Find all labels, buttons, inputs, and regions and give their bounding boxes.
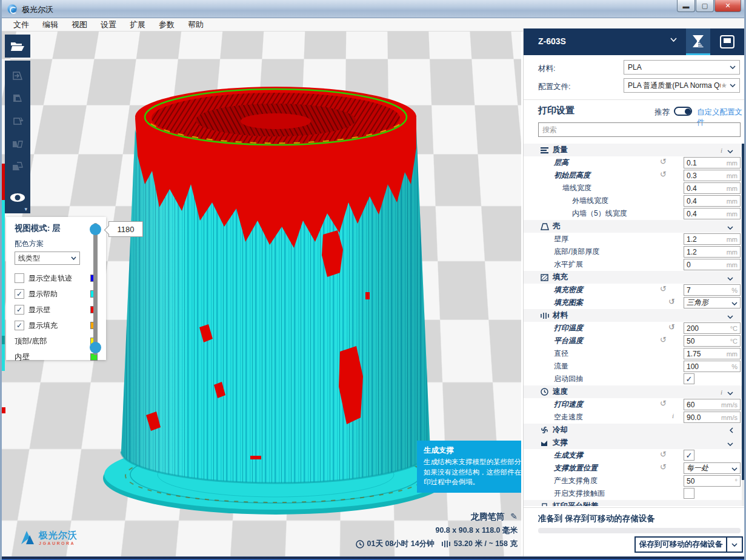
setting-row-填充图案[interactable]: 填充图案↺i三角形 (524, 296, 742, 309)
layer-slider-lower-handle[interactable] (90, 342, 101, 353)
layer-slider-upper-handle[interactable] (90, 224, 101, 235)
setting-input[interactable]: 100% (684, 361, 741, 372)
menu-item[interactable]: 设置 (94, 18, 123, 32)
setting-input[interactable]: 200°C (684, 322, 741, 334)
setting-input[interactable]: 1.2mm (684, 246, 741, 258)
maximize-button[interactable]: ▢ (696, 0, 714, 12)
settings-scrollbar[interactable] (742, 144, 746, 506)
setting-input[interactable]: 0.4mm (684, 182, 741, 194)
scrollbar-thumb[interactable] (742, 144, 746, 480)
setting-input[interactable]: 1.75mm (684, 348, 741, 359)
setting-input[interactable]: 0.4mm (684, 208, 741, 219)
setting-row-直径[interactable]: 直径1.75mm (524, 347, 742, 360)
setting-input[interactable]: 0.1mm (684, 157, 741, 168)
setting-row-生成支撑[interactable]: 生成支撑↺✓ (524, 449, 742, 462)
recommended-custom-toggle[interactable] (674, 107, 692, 116)
setting-row-底部/顶部厚度[interactable]: 底部/顶部厚度1.2mm (524, 245, 742, 258)
section-header-质量[interactable]: 质量i (524, 144, 742, 156)
chevron-left-icon[interactable] (730, 425, 733, 436)
chevron-down-icon[interactable] (670, 38, 677, 42)
section-header-填充[interactable]: 填充 (524, 271, 742, 284)
info-icon[interactable]: i (672, 323, 674, 330)
move-tool-icon[interactable] (11, 69, 24, 82)
setting-row-启动回抽[interactable]: 启动回抽✓ (524, 373, 742, 385)
setting-input[interactable]: 7% (684, 284, 741, 296)
setting-row-流量[interactable]: 流量100% (524, 360, 742, 373)
close-button[interactable]: ✕ (714, 0, 741, 12)
minimize-button[interactable]: ▬ (677, 0, 695, 12)
setting-row-空走速度[interactable]: 空走速度i90.0mm/s (524, 411, 742, 424)
tab-monitor[interactable] (715, 28, 739, 55)
setting-row-填充密度[interactable]: 填充密度↺7% (524, 284, 742, 296)
setting-input[interactable]: 60mm/s (684, 399, 741, 410)
info-icon[interactable]: i (721, 147, 722, 154)
tab-print-setup[interactable] (686, 28, 710, 55)
per-model-settings-icon[interactable] (11, 160, 24, 173)
setting-row-支撑放置位置[interactable]: 支撑放置位置↺每一处 (524, 462, 742, 475)
info-icon[interactable]: i (721, 388, 722, 396)
setting-row-平台温度[interactable]: 平台温度↺50°C (524, 335, 742, 347)
open-file-button[interactable] (5, 35, 30, 58)
setting-checkbox[interactable]: ✓ (684, 373, 694, 384)
setting-input[interactable]: 0.4mm (684, 195, 741, 207)
chevron-down-icon[interactable] (727, 501, 733, 507)
chevron-down-icon[interactable] (727, 272, 733, 283)
setting-input[interactable]: 50° (684, 475, 741, 487)
layer-slider-track[interactable] (93, 223, 98, 355)
view-mode-button[interactable]: ▾ (5, 182, 30, 213)
mirror-tool-icon[interactable] (11, 138, 24, 151)
info-icon[interactable]: i (672, 412, 674, 419)
section-header-材料[interactable]: 材料 (524, 309, 742, 322)
viewport-3d[interactable]: ▾ 视图模式: 层 配色方案 线类型 显示空走轨迹✓显示帮助✓显示壁✓显示填充顶… (2, 32, 521, 556)
menu-item[interactable]: 参数 (152, 18, 181, 32)
color-scheme-select[interactable]: 线类型 (15, 252, 80, 265)
setting-input[interactable]: 90.0mm/s (684, 412, 741, 423)
setting-row-水平扩展[interactable]: 水平扩展0mm (524, 258, 742, 271)
setting-input[interactable]: 1.2mm (684, 233, 741, 245)
menu-item[interactable]: 视图 (65, 18, 94, 32)
setting-row-打印速度[interactable]: 打印速度↺60mm/s (524, 398, 742, 411)
setting-checkbox[interactable] (684, 488, 694, 499)
section-header-支撑[interactable]: 支撑 (524, 436, 742, 449)
scale-tool-icon[interactable] (11, 92, 24, 105)
setting-input[interactable]: 0mm (684, 259, 741, 270)
section-header-壳[interactable]: 壳 (524, 220, 742, 233)
printer-name[interactable]: Z-603S (538, 36, 566, 46)
chevron-down-icon[interactable] (727, 438, 733, 448)
material-select[interactable]: PLA (624, 60, 740, 75)
rotate-tool-icon[interactable] (11, 115, 24, 128)
revert-icon[interactable]: ↺ (660, 170, 667, 179)
menu-item[interactable]: 文件 (7, 18, 36, 32)
setting-input[interactable]: 50°C (684, 335, 741, 347)
setting-select[interactable]: 每一处 (684, 462, 741, 474)
setting-select[interactable]: 三角形 (684, 297, 741, 308)
title-bar[interactable]: 极光尔沃 ▬ ▢ ✕ (0, 0, 746, 18)
chevron-down-icon[interactable] (727, 387, 733, 398)
setting-row-层高[interactable]: 层高↺0.1mm (524, 156, 742, 169)
revert-icon[interactable]: ↺ (660, 399, 667, 408)
section-header-速度[interactable]: 速度i (524, 385, 742, 398)
setting-row-初始层高度[interactable]: 初始层高度↺0.3mm (524, 169, 742, 182)
view-option-checkbox[interactable]: ✓ (15, 305, 24, 315)
section-header-打印平台附着[interactable]: 打印平台附着 (524, 500, 742, 506)
setting-row-开启支撑接触面[interactable]: 开启支撑接触面 (524, 487, 742, 500)
search-input[interactable]: 搜索 (538, 122, 741, 137)
setting-row-壁厚[interactable]: 壁厚1.2mm (524, 233, 742, 245)
rename-pencil-icon[interactable]: ✎ (510, 512, 518, 521)
menu-item[interactable]: 帮助 (181, 18, 210, 32)
menu-item[interactable]: 编辑 (36, 18, 65, 32)
setting-row-内墙（5）线宽度[interactable]: 内墙（5）线宽度0.4mm (524, 207, 742, 220)
menu-item[interactable]: 扩展 (123, 18, 152, 32)
chevron-down-icon[interactable] (727, 221, 733, 232)
view-option-checkbox[interactable]: ✓ (15, 321, 24, 330)
view-option-checkbox[interactable]: ✓ (15, 289, 24, 299)
revert-icon[interactable]: ↺ (660, 335, 667, 344)
setting-row-打印温度[interactable]: 打印温度↺i200°C (524, 322, 742, 335)
setting-row-外墙线宽度[interactable]: 外墙线宽度0.4mm (524, 195, 742, 207)
section-header-冷却[interactable]: 冷却 (524, 424, 742, 436)
setting-row-墙线宽度[interactable]: 墙线宽度0.4mm (524, 182, 742, 195)
setting-checkbox[interactable]: ✓ (684, 450, 694, 461)
setting-row-产生支撑角度[interactable]: 产生支撑角度50° (524, 475, 742, 487)
save-options-dropdown[interactable] (726, 538, 742, 552)
revert-icon[interactable]: ↺ (660, 450, 667, 459)
